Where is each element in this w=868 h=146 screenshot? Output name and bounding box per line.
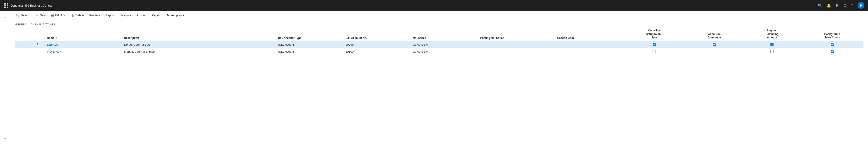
row-name-monthly[interactable]: MONTHLY <box>45 48 122 55</box>
toolbar-separator <box>163 13 163 18</box>
navigate-button[interactable]: Navigate <box>117 13 133 18</box>
row-series-monthly: GJNL-GEN <box>411 48 478 55</box>
posting-button[interactable]: Posting <box>134 13 149 18</box>
row-reason-default <box>555 41 623 48</box>
back-button[interactable]: ← <box>1 13 9 21</box>
row-suggest-monthly[interactable] <box>743 48 801 55</box>
main-content: 🔍 Search ＋ New ☰ Edit List 🗑 Delete Proc… <box>11 11 868 146</box>
checkbox-checked-icon <box>831 43 834 46</box>
row-bal-type-default: G/L Account <box>276 41 344 48</box>
checkbox-unchecked-icon <box>770 50 774 53</box>
col-header-menu <box>30 28 45 41</box>
forward-button[interactable]: → <box>1 134 9 142</box>
col-header-bg-error[interactable]: BackgroundError Check <box>801 28 864 41</box>
page-button[interactable]: Page <box>150 13 161 18</box>
col-header-suggest[interactable]: SuggestBalancingAmount <box>743 28 801 41</box>
col-header-arrow <box>16 28 30 41</box>
toolbar: 🔍 Search ＋ New ☰ Edit List 🗑 Delete Proc… <box>11 11 868 20</box>
sidebar: ← → <box>0 11 11 146</box>
flag-icon[interactable]: ⚑ <box>836 3 839 8</box>
row-description-monthly: Monthly Journal Entries <box>122 48 276 55</box>
expand-icon[interactable]: ⤢ <box>861 23 864 26</box>
checkbox-unchecked-icon <box>653 50 656 53</box>
table-row: MONTHLY Monthly Journal Entries G/L Acco… <box>16 48 864 55</box>
col-header-description[interactable]: Description <box>122 28 276 41</box>
edit-list-button[interactable]: ☰ Edit List <box>49 13 68 18</box>
row-bal-type-monthly: G/L Account <box>276 48 344 55</box>
row-arrow-indicator: → <box>16 41 30 48</box>
journal-batches-table: Name ↑ Description Bal. Account Type Bal… <box>16 28 864 55</box>
row-allow-tax-default[interactable] <box>685 41 743 48</box>
row-allow-tax-monthly[interactable] <box>685 48 743 55</box>
help-icon[interactable]: ? <box>851 3 853 7</box>
col-header-no-series[interactable]: No. Series <box>411 28 478 41</box>
checkbox-unchecked-icon <box>713 50 716 53</box>
report-button[interactable]: Report <box>103 13 116 18</box>
col-header-bal-no[interactable]: Bal. Account No. <box>344 28 411 41</box>
row-copy-tax-monthly[interactable] <box>623 48 685 55</box>
col-header-name[interactable]: Name ↑ <box>45 28 122 41</box>
settings-icon[interactable]: ⚙ <box>843 3 846 8</box>
monthly-link[interactable]: MONTHLY <box>47 50 61 53</box>
table-container: Name ↑ Description Bal. Account Type Bal… <box>11 28 868 146</box>
avatar[interactable]: F <box>858 2 864 9</box>
delete-icon: 🗑 <box>71 13 74 17</box>
new-button[interactable]: ＋ New <box>33 12 48 18</box>
col-header-reason[interactable]: Reason Code <box>555 28 623 41</box>
process-button[interactable]: Process <box>87 13 102 18</box>
row-bg-error-default[interactable] <box>801 41 864 48</box>
row-context-menu-monthly[interactable] <box>30 48 45 55</box>
col-header-bal-type[interactable]: Bal. Account Type <box>276 28 344 41</box>
search-btn-icon: 🔍 <box>16 13 20 17</box>
row-context-menu[interactable]: ⋮ <box>30 41 45 48</box>
row-posting-series-monthly <box>478 48 555 55</box>
checkbox-checked-icon <box>831 50 834 53</box>
more-options-button[interactable]: More options <box>165 13 186 18</box>
checkbox-checked-icon <box>770 43 774 46</box>
col-header-copy-tax[interactable]: Copy TaxSetup to Jnl.Lines <box>623 28 685 41</box>
app-grid-menu[interactable] <box>4 3 8 8</box>
edit-list-icon: ☰ <box>51 13 54 17</box>
row-series-default: GJNL-GEN <box>411 41 478 48</box>
default-link[interactable]: DEFAULT <box>47 43 60 46</box>
checkbox-checked-icon <box>653 43 656 46</box>
row-copy-tax-default[interactable] <box>623 41 685 48</box>
page-header: GENERAL JOURNAL BATCHES ⤢ <box>11 20 868 28</box>
table-header-row: Name ↑ Description Bal. Account Type Bal… <box>16 28 864 41</box>
page-title: GENERAL JOURNAL BATCHES <box>16 23 55 26</box>
delete-button[interactable]: 🗑 Delete <box>69 13 86 18</box>
search-icon[interactable]: 🔍 <box>817 3 822 8</box>
row-bg-error-monthly[interactable] <box>801 48 864 55</box>
row-suggest-default[interactable] <box>743 41 801 48</box>
app-title: Dynamics 365 Business Central <box>11 4 52 7</box>
main-layout: ← → 🔍 Search ＋ New ☰ Edit List 🗑 Delete <box>0 11 868 146</box>
row-posting-series-default <box>478 41 555 48</box>
table-row: → ⋮ DEFAULT Default Journal Batch G/L Ac… <box>16 41 864 48</box>
app-grid-icon <box>4 3 8 8</box>
notification-icon[interactable]: 🔔 <box>827 3 831 8</box>
search-button[interactable]: 🔍 Search <box>13 13 32 18</box>
row-bal-no-default: 99999 <box>344 41 411 48</box>
titlebar: Dynamics 365 Business Central 🔍 🔔 ⚑ ⚙ ? … <box>0 0 868 11</box>
row-description-default: Default Journal Batch <box>122 41 276 48</box>
new-icon: ＋ <box>35 13 39 18</box>
checkbox-checked-icon <box>713 43 716 46</box>
col-header-allow-tax[interactable]: Allow TaxDifference <box>685 28 743 41</box>
row-reason-monthly <box>555 48 623 55</box>
row-bal-no-monthly: 10100 <box>344 48 411 55</box>
titlebar-actions: 🔍 🔔 ⚑ ⚙ ? F <box>817 2 864 9</box>
row-arrow-monthly <box>16 48 30 55</box>
col-header-posting-series[interactable]: Posting No. Series <box>478 28 555 41</box>
row-name-default[interactable]: DEFAULT <box>45 41 122 48</box>
